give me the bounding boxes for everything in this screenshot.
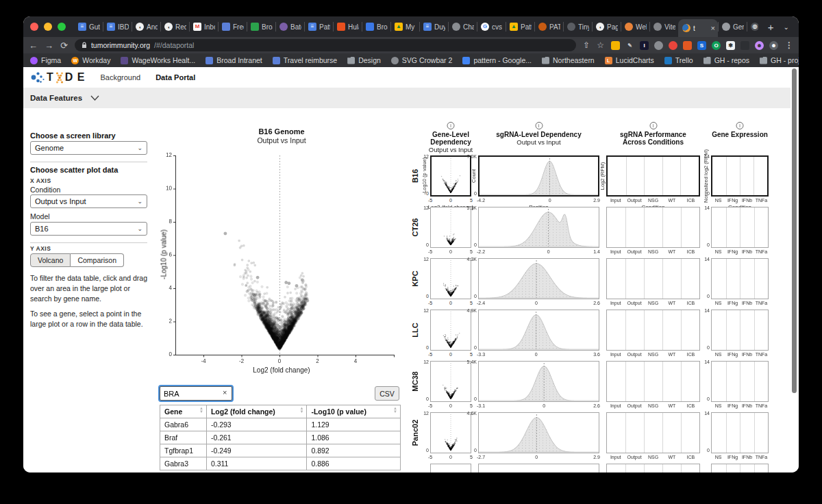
- browser-tab[interactable]: ◖Pag: [592, 16, 621, 37]
- sgrna-performance-panel[interactable]: [606, 310, 700, 351]
- bookmark-item[interactable]: WWorkday: [71, 56, 110, 64]
- browser-tab[interactable]: Hula: [333, 16, 362, 37]
- sgrna-performance-panel[interactable]: [606, 155, 700, 197]
- bookmark-item[interactable]: Northeastern: [542, 56, 595, 64]
- data-features-bar[interactable]: Data Features: [23, 88, 790, 108]
- gene-expression-panel[interactable]: [711, 310, 769, 351]
- bookmark-item[interactable]: Figma: [30, 56, 61, 64]
- table-row[interactable]: Gabra6-0.2931.129: [160, 418, 401, 431]
- bookmark-item[interactable]: GH - repos: [703, 56, 749, 64]
- forward-button[interactable]: →: [45, 41, 53, 50]
- volcano-scatter-canvas[interactable]: [162, 127, 401, 375]
- condition-select[interactable]: Output vs Input⌄: [30, 194, 147, 208]
- browser-tab[interactable]: MInbo: [189, 16, 218, 37]
- sgrna-histogram-panel[interactable]: [478, 258, 599, 299]
- table-row[interactable]: Tgfbrap1-0.2490.892: [160, 444, 401, 457]
- nav-background[interactable]: Background: [100, 73, 140, 81]
- mini-volcano-panel[interactable]: [430, 412, 471, 453]
- browser-tab[interactable]: Chat: [448, 16, 477, 37]
- bookmark-item[interactable]: GH - projects: [760, 56, 799, 64]
- browser-tab[interactable]: Freq: [218, 16, 247, 37]
- browser-tab[interactable]: Tiny: [563, 16, 592, 37]
- sgrna-histogram-panel[interactable]: [478, 155, 599, 197]
- gene-expression-panel[interactable]: [711, 412, 769, 453]
- sort-icon[interactable]: ▲▼: [199, 407, 203, 414]
- browser-tab[interactable]: ◖And: [132, 16, 160, 37]
- page-scrollbar[interactable]: [792, 68, 797, 393]
- sort-icon[interactable]: ▲▼: [393, 407, 397, 414]
- sgrna-performance-panel[interactable]: [606, 207, 700, 248]
- mini-volcano-panel[interactable]: [430, 155, 471, 197]
- browser-tab[interactable]: ≡Duy: [419, 16, 448, 37]
- bookmark-item[interactable]: Trello: [664, 56, 693, 64]
- share-icon[interactable]: ⇧: [583, 40, 590, 50]
- bookmark-item[interactable]: LLucidCharts: [605, 56, 654, 64]
- browser-tab[interactable]: ◖Red: [160, 16, 189, 37]
- sgrna-performance-panel[interactable]: [606, 258, 700, 299]
- table-row[interactable]: Braf-0.2611.086: [160, 431, 401, 444]
- csv-export-button[interactable]: CSV: [375, 386, 399, 401]
- clear-search-icon[interactable]: ×: [223, 388, 227, 396]
- sort-icon[interactable]: ▲▼: [299, 407, 303, 414]
- address-bar[interactable]: tumorimmunity.org/#/dataportal: [75, 39, 576, 51]
- sgrna-performance-panel[interactable]: [606, 412, 700, 453]
- back-button[interactable]: ←: [29, 41, 38, 50]
- gene-expression-panel[interactable]: [711, 258, 769, 299]
- new-tab-button[interactable]: +: [768, 21, 774, 33]
- comparison-button[interactable]: Comparison: [71, 253, 124, 267]
- sgrna-performance-panel[interactable]: [606, 361, 700, 402]
- info-icon[interactable]: i: [447, 122, 455, 129]
- browser-tab[interactable]: ◎New: [747, 16, 758, 37]
- browser-tab[interactable]: ≡Patt: [304, 16, 333, 37]
- nav-data-portal[interactable]: Data Portal: [155, 73, 195, 81]
- profile-avatar[interactable]: ☻: [769, 41, 778, 50]
- browser-tab-active[interactable]: t×: [678, 19, 718, 37]
- bookmark-item[interactable]: SVG Crowbar 2: [391, 56, 453, 64]
- library-select[interactable]: Genome⌄: [30, 141, 147, 155]
- bookmark-star-icon[interactable]: ☆: [597, 40, 604, 50]
- gene-expression-panel[interactable]: [711, 207, 769, 248]
- info-icon[interactable]: i: [535, 122, 543, 129]
- table-header-2[interactable]: -Log10 (p value)▲▼: [307, 405, 401, 418]
- table-row[interactable]: Gabra30.3110.886: [160, 457, 401, 470]
- gene-search-input[interactable]: [160, 386, 232, 401]
- bookmark-item[interactable]: WageWorks Healt...: [121, 56, 195, 64]
- bookmark-item[interactable]: Travel reimburse: [273, 56, 337, 64]
- model-select[interactable]: B16⌄: [30, 222, 147, 236]
- maximize-window-button[interactable]: [58, 23, 66, 31]
- reload-button[interactable]: ⟳: [60, 41, 68, 50]
- close-tab-icon[interactable]: ×: [711, 24, 715, 32]
- browser-tab[interactable]: ▲Patt: [506, 16, 534, 37]
- volcano-button[interactable]: Volcano: [30, 253, 71, 267]
- close-window-button[interactable]: [30, 23, 38, 31]
- main-volcano-plot[interactable]: B16 Genome Output vs Input -Log10 (p val…: [162, 127, 401, 375]
- table-header-0[interactable]: Gene▲▼: [160, 405, 207, 418]
- browser-tab[interactable]: Vite: [649, 16, 678, 37]
- browser-tab[interactable]: Web: [621, 16, 649, 37]
- mini-volcano-panel[interactable]: [430, 361, 471, 402]
- browser-tab[interactable]: Bate: [275, 16, 304, 37]
- bookmark-item[interactable]: pattern - Google...: [462, 56, 532, 64]
- bookmark-item[interactable]: Broad Intranet: [206, 56, 262, 64]
- browser-tab[interactable]: Broa: [247, 16, 275, 37]
- bookmark-item[interactable]: Design: [347, 56, 381, 64]
- browser-menu-icon[interactable]: ⋮: [785, 40, 793, 50]
- sgrna-histogram-panel[interactable]: [478, 361, 599, 402]
- browser-tab[interactable]: ▲My D: [390, 16, 419, 37]
- mini-volcano-panel[interactable]: [430, 207, 471, 248]
- mini-volcano-panel[interactable]: [430, 258, 471, 299]
- gene-expression-panel[interactable]: [711, 155, 769, 197]
- mini-volcano-panel[interactable]: [430, 310, 471, 351]
- browser-tab[interactable]: ≡IBD: [103, 16, 132, 37]
- table-header-1[interactable]: Log2 (fold change)▲▼: [206, 405, 307, 418]
- browser-tab[interactable]: Gen: [718, 16, 747, 37]
- minimize-window-button[interactable]: [44, 23, 52, 31]
- sgrna-histogram-panel[interactable]: [478, 207, 599, 248]
- tab-search-button[interactable]: ⌄: [784, 23, 789, 31]
- browser-tab[interactable]: ≡Gut: [74, 16, 103, 37]
- tide-logo[interactable]: T D E: [30, 71, 85, 84]
- sgrna-histogram-panel[interactable]: [478, 310, 599, 351]
- browser-tab[interactable]: Gcvs: [477, 16, 506, 37]
- gene-expression-panel[interactable]: [711, 361, 769, 402]
- browser-tab[interactable]: PAT: [534, 16, 563, 37]
